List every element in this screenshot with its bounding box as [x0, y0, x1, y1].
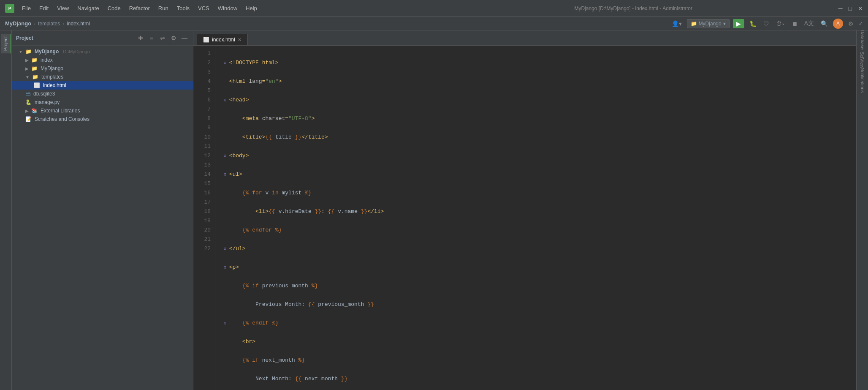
folder-icon-index: 📁 — [31, 57, 38, 63]
menu-help[interactable]: Help — [242, 4, 260, 12]
tree-label-db: db.sqlite3 — [33, 91, 55, 97]
file-icon-html: ⬜ — [34, 82, 40, 88]
code-line-18: Next Month: {{ next_month }} — [224, 374, 856, 384]
tree-item-external-libs[interactable]: ▶ 📚 External Libraries — [12, 106, 193, 115]
sidebar-header: Project ✚ ≡ ⇌ ⚙ — — [12, 30, 193, 46]
tree-label-mydjango-sub: MyDjango — [41, 65, 63, 71]
minimize-button[interactable]: ─ — [838, 5, 843, 12]
folder-icon-templates: 📁 — [32, 74, 38, 80]
folder-icon-external: 📚 — [31, 108, 38, 114]
tree-label-scratches: Scratches and Consoles — [35, 116, 90, 122]
menu-code[interactable]: Code — [104, 4, 124, 12]
tree-item-manage[interactable]: 🐍 manage.py — [12, 98, 193, 106]
tab-file-icon: ⬜ — [203, 37, 209, 43]
add-content-button[interactable]: ✚ — [136, 34, 145, 42]
tree-item-root[interactable]: ▼ 📁 MyDjango D:\MyDjango — [12, 47, 193, 56]
tree-item-index-html[interactable]: ⬜ index.html — [12, 81, 193, 90]
tree-item-db[interactable]: 🗃 db.sqlite3 — [12, 90, 193, 98]
tab-bar: ⬜ index.html ✕ — [193, 30, 856, 46]
scratches-icon: 📝 — [25, 116, 32, 122]
menu-view[interactable]: View — [54, 4, 72, 12]
run-button[interactable]: ▶ — [733, 19, 744, 28]
line-num-12: 12 — [195, 151, 211, 161]
tree-item-templates[interactable]: ▼ 📁 templates — [12, 73, 193, 81]
breadcrumb-templates[interactable]: templates — [38, 21, 60, 27]
tree-item-mydjango-sub[interactable]: ▶ 📁 MyDjango — [12, 64, 193, 73]
breadcrumb-project[interactable]: MyDjango — [5, 20, 31, 27]
breadcrumb-file[interactable]: index.html — [67, 21, 90, 27]
line-num-11: 11 — [195, 142, 211, 151]
left-tab-bar: Project — [0, 30, 12, 390]
translate-button[interactable]: A文 — [803, 19, 816, 28]
tree-item-scratches[interactable]: 📝 Scratches and Consoles — [12, 115, 193, 123]
project-dropdown[interactable]: 📁 MyDjango ▾ — [687, 19, 730, 28]
project-name: MyDjango — [699, 21, 722, 27]
tree-label-index: index — [41, 57, 53, 63]
menu-navigate[interactable]: Navigate — [74, 4, 102, 12]
avatar[interactable]: A — [833, 19, 843, 29]
settings-button[interactable]: ⚙ — [846, 19, 855, 28]
project-tab[interactable]: Project — [1, 34, 11, 53]
scroll-from-source-button[interactable]: ⇌ — [158, 34, 167, 42]
caret-icon: ▶ — [25, 66, 29, 71]
tree-item-index[interactable]: ▶ 📁 index — [12, 56, 193, 64]
caret-icon: ▶ — [25, 58, 29, 63]
code-line-13: {% if previous_month %} — [224, 281, 856, 291]
sidebar-item-notifications[interactable]: Notifications — [857, 66, 868, 95]
code-line-5: <title>{{ title }}</title> — [224, 133, 856, 142]
line-num-15: 15 — [195, 179, 211, 188]
coverage-button[interactable]: 🛡 — [762, 19, 771, 28]
hide-panel-button[interactable]: — — [180, 34, 189, 42]
line-num-2: 2 — [195, 58, 211, 68]
line-num-8: 8 — [195, 114, 211, 123]
svg-text:P: P — [8, 6, 11, 11]
project-icon: 📁 — [691, 21, 697, 27]
menu-tools[interactable]: Tools — [174, 4, 193, 12]
line-num-19: 19 — [195, 216, 211, 226]
right-sidebar: Database SciView Notifications — [856, 30, 868, 390]
tab-close-button[interactable]: ✕ — [238, 37, 241, 43]
window-title: MyDjango [D:\MyDjango] - index.html - Ad… — [429, 5, 838, 11]
menu-window[interactable]: Window — [214, 4, 241, 12]
tab-index-html[interactable]: ⬜ index.html ✕ — [197, 34, 248, 45]
tree-label-templates: templates — [41, 74, 63, 80]
file-tree: ▼ 📁 MyDjango D:\MyDjango ▶ 📁 index ▶ 📁 M… — [12, 46, 193, 390]
code-line-4: <meta charset="UTF-8"> — [224, 114, 856, 123]
sidebar-item-database[interactable]: Database — [857, 28, 868, 51]
code-line-17: {% if next_month %} — [224, 356, 856, 365]
stop-button[interactable]: ⏹ — [790, 19, 799, 28]
code-content[interactable]: ⊙<!DOCTYPE html> <html lang="en"> ⊙<head… — [215, 46, 856, 390]
settings-icon-button[interactable]: ⚙ — [169, 34, 178, 42]
menu-edit[interactable]: Edit — [36, 4, 52, 12]
line-num-1: 1 — [195, 49, 211, 58]
tree-label-external-libs: External Libraries — [41, 108, 80, 114]
profile-button[interactable]: ⏱▾ — [774, 19, 787, 28]
collapse-all-button[interactable]: ≡ — [147, 34, 156, 42]
breadcrumb-sep2: › — [62, 21, 64, 27]
breadcrumb-sep1: › — [34, 21, 35, 27]
line-numbers: 1 2 3 4 5 6 7 8 9 10 11 12 13 14 15 16 1… — [193, 46, 215, 390]
line-num-4: 4 — [195, 77, 211, 86]
code-line-14: Previous Month: {{ previous_month }} — [224, 300, 856, 309]
menu-bar: File Edit View Navigate Code Refactor Ru… — [19, 4, 429, 12]
file-icon-db: 🗃 — [25, 91, 30, 97]
menu-refactor[interactable]: Refactor — [126, 4, 153, 12]
code-line-3: ⊙<head> — [224, 95, 856, 105]
line-num-18: 18 — [195, 207, 211, 216]
menu-run[interactable]: Run — [155, 4, 172, 12]
sidebar: Project ✚ ≡ ⇌ ⚙ — ▼ 📁 MyDjango D:\MyDjan… — [12, 30, 193, 390]
folder-icon-mydjango: 📁 — [31, 65, 38, 71]
menu-file[interactable]: File — [19, 4, 34, 12]
code-line-11: ⊙</ul> — [224, 244, 856, 254]
line-num-7: 7 — [195, 105, 211, 114]
file-icon-py: 🐍 — [25, 99, 32, 105]
code-line-15: ⊙ {% endif %} — [224, 319, 856, 328]
menu-vcs[interactable]: VCS — [195, 4, 213, 12]
search-button[interactable]: 🔍 — [819, 19, 830, 28]
debug-button[interactable]: 🐛 — [748, 19, 758, 28]
close-button[interactable]: ✕ — [858, 5, 863, 12]
code-line-16: <br> — [224, 337, 856, 346]
code-editor[interactable]: 1 2 3 4 5 6 7 8 9 10 11 12 13 14 15 16 1… — [193, 46, 856, 390]
user-button[interactable]: 👤▾ — [670, 19, 684, 28]
maximize-button[interactable]: □ — [849, 5, 852, 12]
